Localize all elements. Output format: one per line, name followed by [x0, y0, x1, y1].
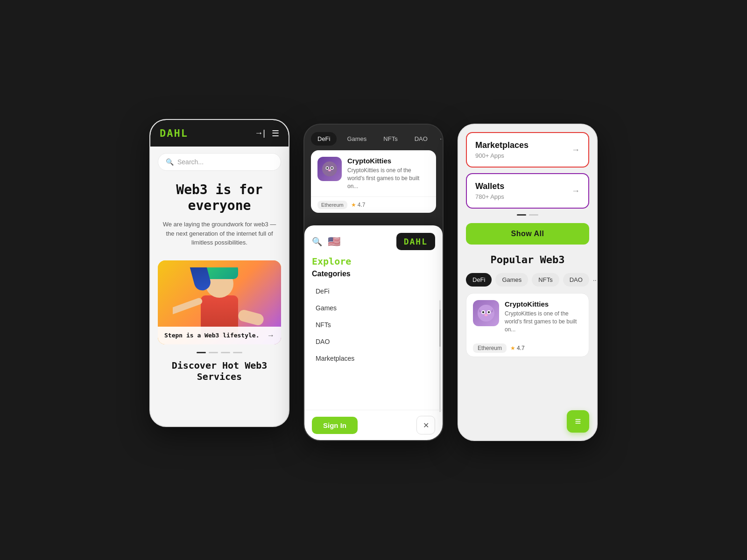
phone3-cat-count-2: 780+ Apps: [475, 193, 504, 200]
phone3-dot-1[interactable]: [517, 214, 526, 216]
phone1-header: DAHL →| ☰: [150, 120, 289, 147]
phone1-banner-arrow-icon[interactable]: →: [267, 331, 275, 340]
phone2-signin-button[interactable]: Sign In: [312, 417, 358, 434]
phone2-tab-nfts[interactable]: NFTs: [377, 132, 404, 146]
phone1-hero-title: Web3 is for everyone: [160, 182, 279, 213]
cryptokitties-icon: [321, 161, 338, 177]
phone2-app-info: CryptoKitties CryptoKitties is one of th…: [347, 157, 430, 190]
phone2-search-icon[interactable]: 🔍: [312, 237, 322, 247]
phone1-banner-wrapper: Stepn is a Web3 lifestyle. →: [158, 260, 281, 344]
phone3-category-marketplaces[interactable]: Marketplaces 900+ Apps →: [466, 132, 589, 168]
phone3-filter-defi[interactable]: DeFi: [466, 273, 492, 287]
phone1-dot-2[interactable]: [209, 352, 218, 353]
star-icon: ★: [351, 202, 356, 208]
phone1-hero-subtitle: We are laying the groundwork for web3 — …: [160, 220, 279, 247]
phone3-cat-info-1: Marketplaces 900+ Apps: [475, 140, 529, 159]
phone3-category-wallets[interactable]: Wallets 780+ Apps →: [466, 173, 589, 209]
phone2-close-button[interactable]: ✕: [416, 416, 435, 434]
phone3-filter-games[interactable]: Games: [495, 273, 528, 287]
phone3-app-footer: Ethereum ★ 4.7: [466, 340, 589, 357]
phone1-search-placeholder: Search...: [177, 158, 204, 166]
phone3-app-title: CryptoKitties: [505, 300, 582, 308]
phone2-app-desc: CryptoKitties is one of the world's firs…: [347, 167, 430, 190]
phone-1: DAHL →| ☰ 🔍 Search... Web3 is for everyo…: [149, 119, 289, 427]
phone2-rating-value: 4.7: [358, 202, 366, 208]
phone3-cat-arrow-1: →: [571, 145, 580, 155]
phone3-app-info: CryptoKitties CryptoKitties is one of th…: [505, 300, 582, 333]
phone2-overlay-footer: Sign In ✕: [304, 410, 443, 440]
phone3-filter-more-icon[interactable]: ···: [593, 276, 598, 284]
phone-2: DeFi Games NFTs DAO ···: [303, 124, 444, 441]
phone1-dot-3[interactable]: [221, 352, 230, 353]
phone2-tab-games[interactable]: Games: [340, 132, 373, 146]
phone2-overlay: 🔍 🇺🇸 DAHL Explore Categories DeFi Games …: [304, 225, 443, 440]
phone3-cat-info-2: Wallets 780+ Apps: [475, 182, 504, 200]
show-all-button[interactable]: Show All: [466, 223, 589, 245]
phone3-cat-title-2: Wallets: [475, 182, 504, 191]
phone3-app-desc: CryptoKitties is one of the world's firs…: [505, 310, 582, 333]
phone1-header-icons: →| ☰: [254, 128, 279, 139]
phone2-category-nfts[interactable]: NFTs: [304, 316, 443, 333]
phone3-filter-dao[interactable]: DAO: [563, 273, 589, 287]
svg-point-5: [328, 169, 331, 171]
phone2-chain-badge: Ethereum: [317, 201, 347, 209]
phone3-app-card[interactable]: CryptoKitties CryptoKitties is one of th…: [466, 293, 589, 357]
phone2-category-dao[interactable]: DAO: [304, 333, 443, 350]
phone3-cat-title-1: Marketplaces: [475, 140, 529, 150]
phone2-categories-label: Categories: [304, 270, 443, 283]
phone2-scrollbar-thumb: [439, 309, 441, 347]
phone3-rating-value: 4.7: [517, 345, 525, 351]
phone3-popular-title: Popular Web3: [466, 254, 589, 266]
phone3-dot-2[interactable]: [529, 214, 538, 216]
phone3-content: Marketplaces 900+ Apps → Wallets 780+ Ap…: [458, 125, 597, 364]
phone2-app-card-image: [317, 157, 342, 181]
phone2-tab-dao[interactable]: DAO: [408, 132, 434, 146]
close-icon: ✕: [423, 421, 429, 430]
phone1-banner-caption: Stepn is a Web3 lifestyle. →: [158, 327, 281, 344]
phone1-dot-4[interactable]: [233, 352, 242, 353]
phone3-fab-icon: ≡: [575, 415, 581, 427]
phone2-overlay-icons: 🔍 🇺🇸: [312, 236, 340, 248]
phone3-app-card-content: CryptoKitties CryptoKitties is one of th…: [466, 294, 589, 340]
phone1-carousel-dots: [150, 352, 289, 353]
phone3-chain-badge: Ethereum: [473, 343, 507, 353]
phone2-category-games[interactable]: Games: [304, 300, 443, 316]
phone3-carousel-dots: [466, 214, 589, 216]
phone2-explore-label: Explore: [304, 256, 443, 270]
svg-point-3: [326, 167, 328, 169]
phone2-category-marketplaces[interactable]: Marketplaces: [304, 350, 443, 367]
phone2-app-footer: Ethereum ★ 4.7: [311, 196, 436, 213]
phone1-login-icon[interactable]: →|: [254, 128, 265, 138]
search-icon: 🔍: [166, 158, 174, 166]
phone3-fab-button[interactable]: ≡: [567, 410, 589, 433]
phone1-banner[interactable]: Stepn is a Web3 lifestyle. →: [158, 260, 281, 344]
phone1-menu-icon[interactable]: ☰: [272, 128, 279, 139]
svg-point-6: [478, 305, 494, 322]
phone2-tab-defi[interactable]: DeFi: [311, 132, 337, 146]
svg-point-4: [331, 167, 333, 169]
phone2-app-card[interactable]: CryptoKitties CryptoKitties is one of th…: [311, 150, 436, 213]
phone2-tab-more[interactable]: ···: [440, 135, 444, 143]
phone2-category-defi[interactable]: DeFi: [304, 283, 443, 300]
phone1-hero-content: Web3 is for everyone We are laying the g…: [150, 177, 289, 260]
phone2-app-card-content: CryptoKitties CryptoKitties is one of th…: [311, 150, 436, 196]
phone2-flag-icon[interactable]: 🇺🇸: [328, 236, 340, 248]
phone-3: Marketplaces 900+ Apps → Wallets 780+ Ap…: [458, 124, 598, 441]
phone1-logo: DAHL: [160, 127, 188, 139]
phone2-app-title: CryptoKitties: [347, 157, 430, 165]
phone1-banner-text: Stepn is a Web3 lifestyle.: [164, 332, 260, 339]
phone3-filter-tabs: DeFi Games NFTs DAO ···: [466, 273, 589, 287]
phone3-filter-nfts[interactable]: NFTs: [532, 273, 559, 287]
phone3-star-icon: ★: [510, 345, 515, 351]
phone3-app-card-image: [473, 300, 499, 326]
phone3-cat-arrow-2: →: [571, 186, 580, 196]
phone2-overlay-logo: DAHL: [396, 233, 435, 250]
phone1-section-title: Discover Hot Web3 Services: [150, 360, 289, 382]
phone2-rating: ★ 4.7: [351, 202, 366, 208]
svg-point-0: [322, 161, 337, 176]
phone2-overlay-header: 🔍 🇺🇸 DAHL: [304, 225, 443, 256]
phone1-search-bar[interactable]: 🔍 Search...: [158, 153, 281, 171]
phones-container: DAHL →| ☰ 🔍 Search... Web3 is for everyo…: [149, 119, 598, 441]
phone1-dot-1[interactable]: [197, 352, 206, 353]
svg-point-11: [485, 314, 488, 316]
